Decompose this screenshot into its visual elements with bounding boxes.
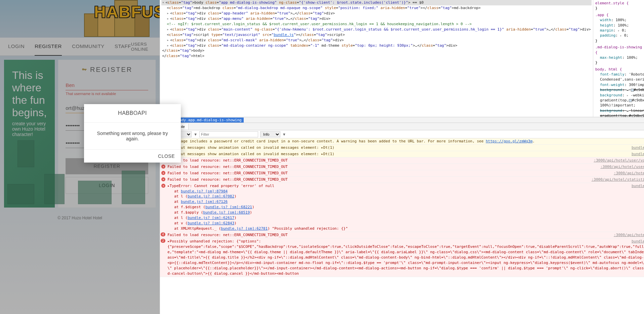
dropdown-icon: ▼ <box>194 132 197 136</box>
elements-panel[interactable]: ▾<class="tag">body class="app md-dialog-… <box>160 0 593 117</box>
console-toolbar: top ▼ Info ▼ ⚙ <box>160 130 644 138</box>
console-tabbar: ⋮ Console ✕ <box>160 123 644 130</box>
filter-input[interactable] <box>199 131 258 137</box>
error-modal: HABBOAPI Something went wrong, please tr… <box>84 104 181 163</box>
dropdown-icon: ▼ <box>282 132 286 136</box>
crumb-body[interactable]: body.app.md-dialog-is-showing <box>175 118 244 123</box>
breadcrumb[interactable]: html body.app.md-dialog-is-showing <box>160 117 644 123</box>
modal-title: HABBOAPI <box>84 104 181 123</box>
devtools: ▾<class="tag">body class="app md-dialog-… <box>160 0 644 314</box>
level-select[interactable]: Info <box>260 131 280 137</box>
modal-close-button[interactable]: CLOSE <box>158 153 175 159</box>
modal-body: Something went wrong, please try again. <box>84 123 181 149</box>
console-messages[interactable]: !login:1This page includes a password or… <box>160 138 644 314</box>
styles-panel[interactable]: element.style {}habbo-api.css:6.app {wid… <box>593 0 644 117</box>
